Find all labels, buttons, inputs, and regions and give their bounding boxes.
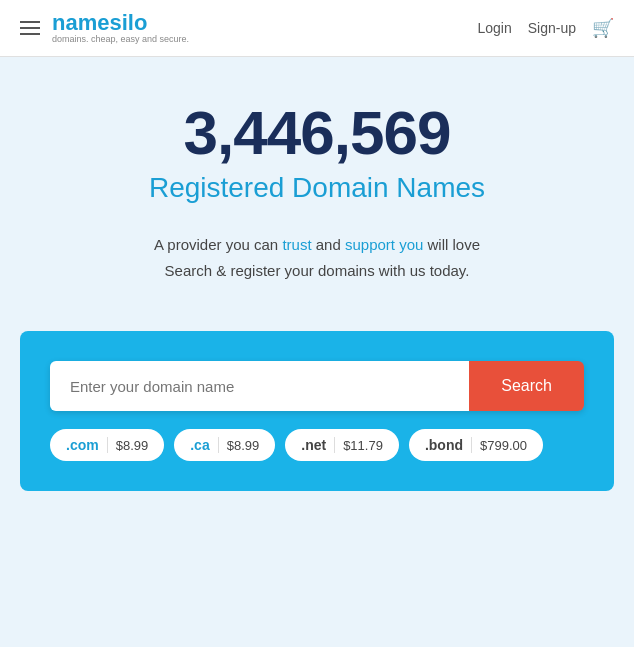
tld-badge[interactable]: .bond $799.00 [409, 429, 543, 461]
highlight-support: support you [345, 236, 423, 253]
domain-search-input[interactable] [50, 361, 469, 411]
registered-count: 3,446,569 [20, 97, 614, 168]
tld-badge[interactable]: .net $11.79 [285, 429, 399, 461]
hero-desc-line2: Search & register your domains with us t… [20, 258, 614, 284]
tld-list: .com $8.99 .ca $8.99 .net $11.79 .bond $… [50, 429, 584, 461]
search-bar: Search [50, 361, 584, 411]
hero-section: 3,446,569 Registered Domain Names A prov… [0, 57, 634, 303]
logo-text: namesilo [52, 12, 189, 34]
tld-divider [471, 437, 472, 453]
hero-subtitle: Registered Domain Names [20, 172, 614, 204]
tld-name: .ca [190, 437, 209, 453]
search-section: Search .com $8.99 .ca $8.99 .net $11.79 … [20, 331, 614, 491]
tld-divider [334, 437, 335, 453]
tld-badge[interactable]: .ca $8.99 [174, 429, 275, 461]
hamburger-menu[interactable] [20, 21, 40, 35]
hero-description: A provider you can trust and support you… [20, 232, 614, 283]
header-left: namesilo domains. cheap, easy and secure… [20, 12, 189, 44]
hero-desc-line1: A provider you can trust and support you… [20, 232, 614, 258]
tld-divider [218, 437, 219, 453]
tld-badge[interactable]: .com $8.99 [50, 429, 164, 461]
tld-name: .com [66, 437, 99, 453]
highlight-trust: trust [282, 236, 311, 253]
tld-divider [107, 437, 108, 453]
tld-price: $11.79 [343, 438, 383, 453]
header-right: Login Sign-up 🛒 [477, 17, 614, 39]
logo[interactable]: namesilo domains. cheap, easy and secure… [52, 12, 189, 44]
header: namesilo domains. cheap, easy and secure… [0, 0, 634, 57]
search-button[interactable]: Search [469, 361, 584, 411]
tld-price: $8.99 [116, 438, 149, 453]
tld-name: .bond [425, 437, 463, 453]
logo-tagline: domains. cheap, easy and secure. [52, 35, 189, 44]
signup-link[interactable]: Sign-up [528, 20, 576, 36]
cart-icon[interactable]: 🛒 [592, 17, 614, 39]
tld-price: $8.99 [227, 438, 260, 453]
login-link[interactable]: Login [477, 20, 511, 36]
tld-name: .net [301, 437, 326, 453]
tld-price: $799.00 [480, 438, 527, 453]
